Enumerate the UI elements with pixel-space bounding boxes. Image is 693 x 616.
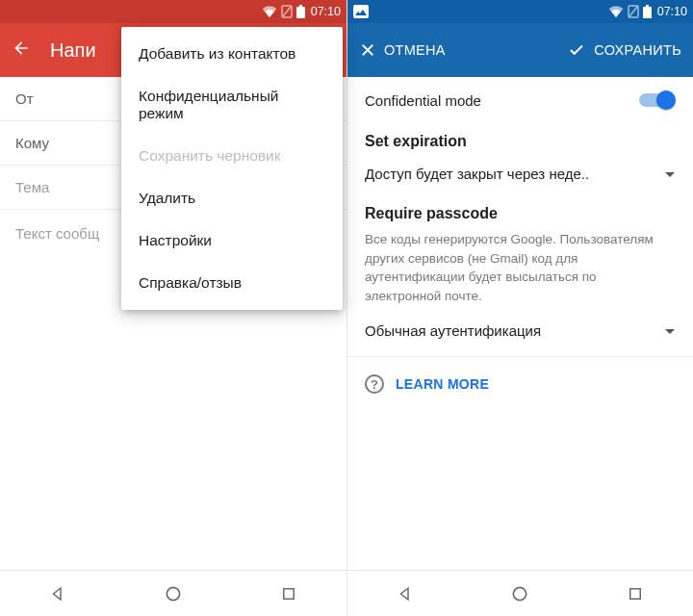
- svg-point-11: [514, 587, 526, 600]
- cancel-button[interactable]: ОТМЕНА: [359, 41, 446, 59]
- no-sim-icon: [628, 5, 639, 18]
- nav-home-button[interactable]: [509, 583, 530, 604]
- svg-rect-9: [643, 7, 652, 18]
- menu-settings[interactable]: Настройки: [121, 219, 343, 262]
- status-time: 07:10: [657, 5, 687, 18]
- svg-line-8: [629, 7, 637, 16]
- passcode-dropdown[interactable]: Обычная аутентификация: [347, 313, 693, 352]
- chevron-down-icon: [664, 166, 676, 182]
- to-label: Кому: [15, 135, 49, 151]
- wifi-icon: [262, 6, 277, 17]
- svg-line-1: [283, 7, 291, 16]
- phone-left-compose: 07:10 Напи От Кому Тема Текст сообщ Доба…: [0, 0, 346, 616]
- close-icon: [359, 41, 376, 59]
- body-placeholder: Текст сообщ: [15, 225, 99, 242]
- divider: [347, 356, 693, 357]
- passcode-hint: Все коды генерируются Google. Пользовате…: [347, 228, 693, 313]
- svg-point-4: [167, 587, 179, 600]
- phone-right-confidential: 07:10 ОТМЕНА СОХРАНИТЬ Confidential mode…: [346, 0, 693, 616]
- chevron-down-icon: [664, 322, 676, 339]
- confidential-body: Confidential mode Set expiration Доступ …: [347, 77, 693, 570]
- menu-help-feedback[interactable]: Справка/отзыв: [121, 262, 343, 304]
- check-icon: [567, 41, 586, 59]
- expiration-dropdown[interactable]: Доступ будет закрыт через неде..: [347, 156, 693, 195]
- status-bar: 07:10: [0, 0, 346, 23]
- passcode-value: Обычная аутентификация: [365, 322, 541, 339]
- svg-rect-6: [353, 5, 369, 18]
- nav-bar: [0, 570, 346, 616]
- svg-rect-3: [299, 5, 302, 7]
- battery-icon: [643, 5, 652, 18]
- menu-delete[interactable]: Удалить: [121, 177, 343, 219]
- wifi-icon: [608, 6, 624, 17]
- nav-back-button[interactable]: [395, 583, 416, 604]
- menu-confidential-mode[interactable]: Конфиденциальный режим: [121, 75, 343, 135]
- svg-rect-2: [296, 7, 305, 18]
- passcode-title: Require passcode: [347, 195, 693, 228]
- expiration-value: Доступ будет закрыт через неде..: [365, 166, 589, 182]
- learn-more-row[interactable]: ? LEARN MORE: [347, 361, 693, 407]
- svg-rect-10: [646, 5, 649, 7]
- nav-back-button[interactable]: [47, 583, 68, 604]
- nav-home-button[interactable]: [163, 583, 184, 604]
- nav-bar: [347, 570, 693, 616]
- menu-add-from-contacts[interactable]: Добавить из контактов: [121, 33, 343, 75]
- overflow-menu: Добавить из контактов Конфиденциальный р…: [121, 27, 343, 310]
- save-label: СОХРАНИТЬ: [594, 42, 681, 58]
- nav-recents-button[interactable]: [278, 583, 299, 604]
- compose-title: Напи: [50, 39, 96, 62]
- cancel-label: ОТМЕНА: [384, 42, 446, 58]
- confidential-app-bar: ОТМЕНА СОХРАНИТЬ: [347, 23, 693, 77]
- expiration-title: Set expiration: [347, 123, 693, 156]
- confidential-toggle-row[interactable]: Confidential mode: [347, 77, 693, 123]
- menu-save-draft: Сохранить черновик: [121, 135, 343, 177]
- svg-rect-5: [284, 588, 295, 599]
- status-icons: [262, 5, 305, 18]
- svg-rect-12: [630, 588, 641, 599]
- no-sim-icon: [281, 5, 293, 18]
- save-button[interactable]: СОХРАНИТЬ: [567, 41, 681, 59]
- image-icon: [353, 5, 369, 18]
- confidential-label: Confidential mode: [365, 92, 481, 109]
- subject-placeholder: Тема: [15, 179, 49, 195]
- confidential-toggle[interactable]: [639, 90, 676, 110]
- nav-recents-button[interactable]: [625, 583, 646, 604]
- battery-icon: [296, 5, 305, 18]
- learn-more-label: LEARN MORE: [396, 376, 489, 392]
- back-icon[interactable]: [12, 38, 31, 62]
- status-bar: 07:10: [347, 0, 693, 23]
- status-icons: [608, 5, 652, 18]
- help-icon: ?: [365, 374, 384, 394]
- status-time: 07:10: [311, 5, 341, 18]
- from-label: От: [15, 90, 34, 107]
